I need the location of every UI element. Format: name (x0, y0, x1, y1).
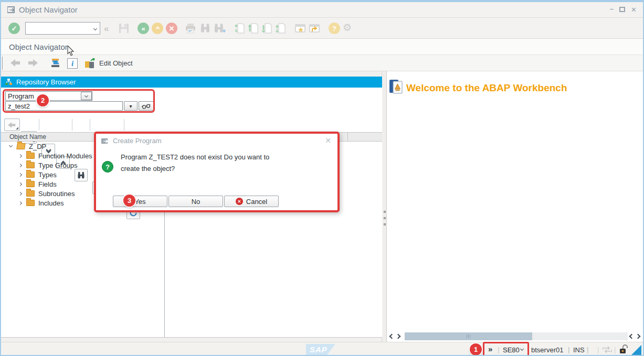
dialog-title: Create Program (113, 137, 161, 145)
repository-browser-title: Repository Browser (16, 78, 76, 86)
chevron-collapsed-icon[interactable] (18, 163, 22, 167)
print-icon[interactable] (185, 24, 196, 34)
hide-command-field-button[interactable]: « (104, 24, 109, 34)
object-name-input[interactable] (5, 101, 123, 111)
chevron-collapsed-icon[interactable] (18, 182, 22, 186)
maximize-button[interactable] (619, 7, 625, 12)
down-triangle-icon: ▾ (129, 103, 132, 109)
abap-workbench-icon (389, 79, 404, 94)
transaction-code[interactable]: SE80 (503, 346, 520, 354)
scroll-left-icon[interactable] (629, 334, 635, 339)
standard-toolbar: ✓ « « ✕ (1, 18, 643, 39)
customize-layout-icon[interactable]: ⚙ (343, 21, 352, 34)
dialog-message-line2: create the object? (121, 165, 175, 172)
back-button[interactable]: « (138, 23, 149, 34)
annotation-badge-1: 1 (470, 343, 482, 355)
chevron-down-icon[interactable] (520, 347, 524, 351)
chevron-collapsed-icon[interactable] (18, 201, 22, 204)
scroll-right-icon[interactable] (636, 334, 641, 339)
find-icon[interactable] (200, 23, 210, 34)
exit-button[interactable] (152, 23, 163, 34)
tree-node-label[interactable]: Includes (38, 199, 64, 207)
folder-icon (26, 181, 35, 187)
navigate-back-icon[interactable] (10, 59, 21, 67)
edit-object-label[interactable]: Edit Object (99, 55, 133, 71)
enter-button[interactable]: ✓ (8, 23, 20, 34)
folder-open-icon (16, 143, 26, 149)
scroll-right-icon[interactable] (396, 334, 401, 339)
first-page-icon[interactable] (234, 23, 245, 34)
folder-icon (26, 190, 35, 197)
previous-page-icon[interactable] (248, 23, 258, 34)
minimize-button[interactable]: – (610, 5, 614, 13)
new-session-icon[interactable] (295, 24, 307, 33)
repository-browser-body (1, 88, 382, 338)
tree-node-label[interactable]: Function Modules (38, 152, 92, 160)
info-icon[interactable]: i (67, 58, 78, 69)
chevron-collapsed-icon[interactable] (18, 172, 22, 176)
folder-icon (26, 162, 35, 168)
insert-mode: INS (573, 346, 585, 354)
security-lock-icon[interactable] (619, 344, 628, 354)
navigate-forward-icon[interactable] (27, 59, 38, 67)
cancel-button[interactable]: ✕ (166, 23, 177, 34)
display-object-button[interactable] (139, 101, 154, 111)
window-title-bar: Object Navigator – ✕ (1, 2, 643, 18)
command-field[interactable] (25, 22, 100, 35)
screen-header: Object Navigator (1, 39, 643, 55)
scroll-left-icon[interactable] (389, 334, 395, 339)
tree-node-label[interactable]: Subroutines (38, 190, 75, 198)
tree-node-label[interactable]: Fields (38, 180, 57, 188)
horizontal-scrollbar[interactable] (405, 332, 628, 340)
workbench-welcome-panel: Welcome to the ABAP Workbench (386, 71, 644, 342)
command-input[interactable] (26, 25, 94, 33)
folder-icon (26, 153, 35, 159)
object-type-select[interactable]: Program (5, 91, 92, 101)
tree-back-button[interactable] (4, 118, 20, 131)
create-shortcut-icon[interactable] (309, 24, 321, 33)
close-button[interactable]: ✕ (631, 6, 637, 14)
page-title: Object Navigator (9, 39, 68, 55)
cancel-dialog-button[interactable]: ✕ Cancel (224, 196, 279, 207)
chevron-collapsed-icon[interactable] (18, 191, 22, 195)
panel-splitter[interactable] (383, 71, 386, 342)
status-expand-icon[interactable]: » (488, 344, 492, 353)
application-toolbar: i Edit Object (1, 55, 643, 71)
tree-node-label[interactable]: Z_DP (29, 143, 46, 150)
help-button[interactable]: ? (329, 23, 340, 34)
tree-node-label[interactable]: Types (38, 171, 57, 179)
dialog-message-line1: Program Z_TEST2 does not exist Do you wa… (121, 153, 269, 161)
next-page-icon[interactable] (261, 23, 272, 34)
yes-button[interactable]: Yes (113, 196, 167, 207)
chevron-down-icon (93, 26, 97, 30)
status-bar: SAP 1 » | SE80 btserver01 | INS | | | (1, 342, 643, 356)
folder-icon (26, 171, 35, 178)
dialog-window-icon (101, 138, 110, 145)
response-time-indicator[interactable] (631, 345, 641, 355)
data-transfer-icon[interactable] (603, 346, 612, 353)
object-list-icon[interactable] (50, 58, 61, 68)
cancel-x-icon: ✕ (236, 198, 243, 205)
chevron-collapsed-icon[interactable] (18, 154, 22, 157)
create-program-dialog: Create Program ✕ ? Program Z_TEST2 does … (94, 132, 340, 212)
find-next-icon[interactable] (214, 23, 226, 34)
hierarchy-icon (5, 79, 12, 85)
mouse-cursor (67, 46, 75, 56)
no-button[interactable]: No (168, 196, 223, 207)
window-title: Object Navigator (19, 2, 78, 18)
object-name-history-button[interactable]: ▾ (124, 101, 138, 111)
glasses-icon (142, 103, 151, 109)
scrollbar-thumb[interactable] (405, 332, 532, 340)
last-page-icon[interactable] (275, 23, 286, 34)
chevron-expanded-icon[interactable] (9, 144, 13, 147)
tree-node-label[interactable]: Type Groups (38, 161, 77, 169)
object-type-dropdown-button[interactable] (81, 92, 92, 100)
window-menu-icon[interactable] (7, 6, 16, 14)
save-button[interactable] (119, 23, 129, 34)
edit-object-icon[interactable] (85, 58, 96, 69)
dialog-close-icon[interactable]: ✕ (325, 136, 331, 145)
sap-gui-window: Object Navigator – ✕ ✓ « « ✕ (0, 0, 644, 356)
welcome-title: Welcome to the ABAP Workbench (406, 82, 567, 94)
chevron-down-icon (85, 93, 88, 97)
annotation-badge-3: 3 (123, 195, 135, 207)
